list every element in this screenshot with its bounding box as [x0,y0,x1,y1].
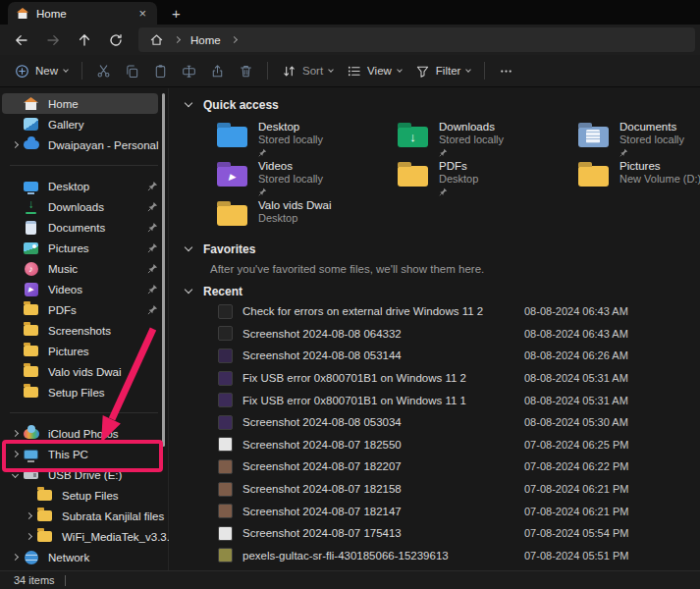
quick-access-tile[interactable]: Downloads Stored locally [398,120,578,156]
copy-button[interactable] [118,59,146,83]
expand-chevron-icon[interactable] [25,512,31,519]
new-tab-button[interactable]: + [172,6,181,21]
quick-access-tile[interactable]: Desktop Stored locally [217,120,398,156]
sidebar-item[interactable]: Home [2,93,158,114]
rename-button[interactable] [175,59,203,83]
sidebar-divider [10,165,158,166]
sidebar-item[interactable]: WiFi_MediaTek_v3.3.0.350 [16,526,158,547]
section-header-recent[interactable]: Recent [186,284,700,298]
chevron-slot [21,513,36,518]
file-date-modified: 08-08-2024 06:26 AM [524,349,628,361]
item-count: 34 items [14,574,55,586]
quick-access-tile[interactable]: Pictures New Volume (D:) [578,159,700,195]
item-icon-wrap [23,364,39,380]
breadcrumb[interactable]: Home [138,27,695,52]
recent-file-row[interactable]: Screenshot 2024-08-07 182550 07-08-2024 … [186,434,700,456]
file-name: Screenshot 2024-08-07 182550 [242,439,524,451]
collapse-chevron-icon[interactable] [185,243,192,251]
sidebar-item[interactable]: Desktop [2,176,158,196]
sidebar-item-label: Desktop [48,181,89,192]
quick-access-tile[interactable]: Videos Stored locally [217,159,398,195]
item-icon-wrap [23,282,39,297]
collapse-chevron-icon[interactable] [185,99,192,107]
sidebar-item[interactable]: USB Drive (E:) [2,464,158,485]
sidebar-item[interactable]: Setup Files [2,382,158,402]
recent-file-row[interactable]: Screenshot 2024-08-07 175413 07-08-2024 … [186,522,700,545]
sidebar-item-label: Setup Files [48,387,105,399]
sidebar-item[interactable]: Pictures [2,238,158,258]
quick-access-tile[interactable]: Valo vids Dwai Desktop [217,198,398,235]
recent-file-row[interactable]: Screenshot 2024-08-07 182158 07-08-2024 … [186,478,700,501]
expand-chevron-icon[interactable] [11,141,18,148]
tab-home[interactable]: Home × [8,2,157,25]
expand-chevron-icon[interactable] [11,430,18,437]
recent-file-row[interactable]: pexels-gultac-sr-fli-430185066-15239613 … [186,545,700,567]
sort-label: Sort [302,65,323,77]
sidebar-item[interactable]: Videos [2,279,158,299]
tile-subtitle: Stored locally [258,134,323,146]
sidebar-group-top: Home Gallery Dwaipayan - Personal [0,93,168,155]
sidebar-item[interactable]: Pictures [2,341,158,361]
sidebar-item[interactable]: Music [2,258,158,279]
collapse-chevron-icon[interactable] [185,286,192,294]
delete-button[interactable] [232,59,260,83]
sidebar-scrollbar[interactable] [162,93,165,447]
filter-button[interactable]: Filter [408,59,478,83]
item-icon [24,242,38,254]
sidebar-item[interactable]: Dwaipayan - Personal [2,134,158,155]
close-tab-icon[interactable]: × [136,7,148,20]
sidebar-item[interactable]: This PC [2,444,158,464]
cut-button[interactable] [89,59,118,83]
pin-icon [147,304,158,315]
new-button[interactable]: New [8,59,75,83]
chevron-right-icon[interactable] [231,36,238,43]
item-icon-wrap [23,241,39,256]
item-icon [24,118,38,131]
expand-chevron-icon[interactable] [11,471,18,478]
sidebar-item[interactable]: iCloud Photos [2,423,158,444]
recent-file-row[interactable]: Check for errors on external drive Windo… [186,300,700,323]
section-header-favorites[interactable]: Favorites [186,241,700,256]
forward-button[interactable] [39,27,66,53]
expand-chevron-icon[interactable] [11,451,18,457]
quick-access-tile[interactable]: PDFs Desktop [398,159,578,195]
view-button[interactable]: View [340,59,408,83]
item-icon [25,551,38,564]
back-button[interactable] [8,27,34,53]
more-options-button[interactable] [492,59,520,83]
recent-file-row[interactable]: Screenshot 2024-08-07 182147 07-08-2024 … [186,500,700,522]
sidebar-item[interactable]: PDFs [2,299,158,320]
up-button[interactable] [71,27,97,53]
recent-file-row[interactable]: Screenshot 2024-08-08 053144 08-08-2024 … [186,345,700,367]
sidebar-item[interactable]: Setup Files [16,485,158,506]
refresh-button[interactable] [102,27,129,53]
expand-chevron-icon[interactable] [11,554,18,561]
recent-file-row[interactable]: Fix USB error 0x800701B1 on Windows 11 1… [186,389,700,411]
tile-name: PDFs [439,160,478,173]
sidebar-item[interactable]: Valo vids Dwai [2,361,158,382]
pin-icon [147,242,158,253]
sidebar-item[interactable]: Downloads [2,196,158,217]
recent-file-row[interactable]: Screenshot 2024-08-08 053034 08-08-2024 … [186,411,700,434]
rename-icon [182,64,196,79]
sidebar-item[interactable]: Subrata Kanjilal files [16,506,158,526]
paste-button[interactable] [146,59,175,83]
breadcrumb-home-icon[interactable] [149,32,164,47]
pin-icon [147,201,158,212]
breadcrumb-segment-home[interactable]: Home [190,34,221,46]
recent-file-row[interactable]: Fix USB error 0x800701B1 on Windows 11 2… [186,367,700,390]
sort-button[interactable]: Sort [275,59,340,83]
file-name: Screenshot 2024-08-08 053034 [242,416,524,428]
sidebar-item[interactable]: Documents [2,217,158,238]
recent-file-row[interactable]: Screenshot 2024-08-07 182207 07-08-2024 … [186,455,700,478]
expand-chevron-icon[interactable] [25,533,31,540]
share-button[interactable] [203,59,232,83]
sidebar-item[interactable]: Network [2,547,158,567]
sidebar-item[interactable]: Screenshots [2,320,158,341]
quick-access-tile[interactable]: Documents Stored locally [578,120,700,156]
section-header-quick-access[interactable]: Quick access [186,97,700,112]
item-icon-wrap [23,96,39,112]
item-icon-wrap [36,529,53,545]
sidebar-item[interactable]: Gallery [2,114,158,134]
recent-file-row[interactable]: Screenshot 2024-08-08 064332 08-08-2024 … [186,323,700,346]
